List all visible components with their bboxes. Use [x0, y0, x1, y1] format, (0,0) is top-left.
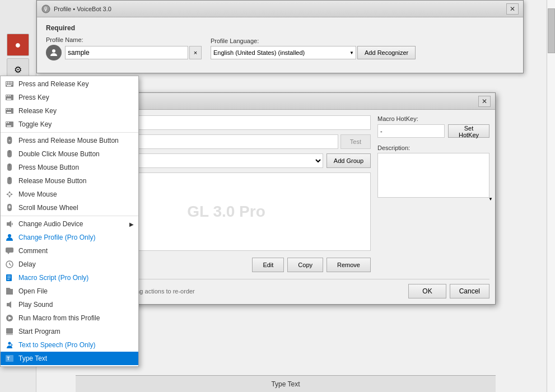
watermark: GL 3.0 Pro: [187, 203, 265, 221]
menu-item-type-text[interactable]: T Type Text: [1, 352, 138, 365]
profile-close-button[interactable]: ✕: [506, 3, 519, 15]
scrollbar-thumb[interactable]: [548, 8, 555, 53]
profile-titlebar: 🎙 Profile • VoiceBot 3.0 ✕: [37, 1, 523, 17]
svg-rect-25: [8, 122, 9, 123]
language-dropdown-wrapper: English (United States) (installed) ▼: [211, 46, 356, 59]
menu-item-label: Press and Release Mouse Button: [18, 137, 119, 144]
program-icon: [5, 327, 14, 336]
menu-item-start-program[interactable]: Start Program: [1, 325, 138, 338]
menu-item-label: Open File: [18, 287, 48, 295]
svg-rect-15: [8, 95, 9, 96]
remove-button[interactable]: Remove: [327, 258, 371, 272]
menu-item-move-mouse[interactable]: Move Mouse: [1, 188, 138, 201]
menu-item-label: Macro Script (Pro Only): [18, 274, 88, 282]
svg-rect-40: [6, 248, 13, 253]
edit-button[interactable]: Edit: [252, 258, 284, 272]
hotkey-row: Set HotKey: [377, 124, 489, 138]
svg-rect-20: [8, 109, 9, 110]
profile-title-icon: 🎙: [41, 4, 50, 13]
file-icon: [5, 287, 14, 296]
menu-item-macro-script[interactable]: Macro Script (Pro Only): [1, 271, 138, 284]
svg-line-43: [10, 264, 11, 265]
sidebar-icon-1[interactable]: ●: [7, 34, 29, 56]
mouse-icon-4: [5, 176, 14, 185]
menu-item-label: Scroll Mouse Wheel: [18, 204, 78, 212]
svg-rect-6: [10, 82, 11, 83]
menu-item-label: Delay: [18, 260, 36, 268]
menu-item-release-key[interactable]: Release Key: [1, 104, 138, 118]
svg-rect-21: [10, 109, 11, 110]
svg-rect-8: [6, 83, 7, 85]
set-hotkey-button[interactable]: Set HotKey: [448, 124, 489, 138]
menu-item-run-macro[interactable]: Run Macro from this Profile: [1, 311, 138, 325]
menu-item-press-release-key[interactable]: Press and Release Key: [1, 77, 138, 91]
profile-language-field-row: English (United States) (installed) ▼ Ad…: [211, 46, 416, 59]
menu-item-scroll-mouse[interactable]: Scroll Mouse Wheel: [1, 201, 138, 214]
svg-rect-7: [11, 82, 12, 83]
add-recognizer-button[interactable]: Add Recognizer: [357, 46, 416, 59]
type-text-bottom-bar: Type Text: [76, 375, 496, 392]
menu-item-double-click[interactable]: Double Click Mouse Button: [1, 147, 138, 161]
voicebot-right-panel: Macro HotKey: Set HotKey Description:: [377, 115, 489, 272]
menu-item-press-mouse[interactable]: Press Mouse Button: [1, 161, 138, 174]
ok-button[interactable]: OK: [408, 284, 446, 298]
svg-rect-10: [10, 83, 11, 85]
svg-point-53: [8, 342, 11, 345]
profile-name-group: Profile Name: ×: [46, 36, 202, 60]
svg-rect-52: [6, 334, 13, 335]
svg-rect-16: [10, 95, 11, 96]
menu-item-text-to-speech[interactable]: Text to Speech (Pro Only): [1, 338, 138, 352]
hotkey-input[interactable]: [377, 124, 445, 138]
menu-item-toggle-key[interactable]: Toggle Key: [1, 118, 138, 131]
profile-name-field-row: ×: [46, 45, 202, 60]
cancel-button[interactable]: Cancel: [450, 284, 489, 298]
menu-item-delay[interactable]: Delay: [1, 258, 138, 271]
menu-item-press-release-mouse[interactable]: Press and Release Mouse Button: [1, 134, 138, 147]
comment-icon: [5, 246, 14, 255]
copy-button[interactable]: Copy: [287, 258, 323, 272]
menu-item-comment[interactable]: Comment: [1, 244, 138, 258]
menu-item-label: Press Key: [18, 94, 49, 101]
audio-icon: [5, 220, 14, 228]
run-macro-icon: [5, 314, 14, 323]
profile-name-input[interactable]: [65, 46, 188, 59]
menu-item-label: Change Profile (Pro Only): [18, 234, 95, 241]
profile-name-clear-button[interactable]: ×: [189, 46, 202, 59]
voicebot-footer: ℹ Help ▼ Drag actions to re-order OK Can…: [82, 279, 489, 298]
description-textarea[interactable]: [377, 153, 489, 198]
description-section: Description:: [377, 144, 489, 198]
hotkey-label: Macro HotKey:: [377, 115, 489, 122]
scroll-mouse-icon: [5, 203, 14, 212]
menu-item-release-mouse[interactable]: Release Mouse Button: [1, 174, 138, 188]
add-group-button[interactable]: Add Group: [327, 153, 371, 168]
profile-icon: [5, 233, 14, 242]
svg-point-39: [8, 234, 11, 237]
svg-rect-17: [7, 99, 11, 100]
test-button[interactable]: Test: [341, 134, 371, 149]
menu-item-change-audio[interactable]: Change Audio Device ▶: [1, 217, 138, 231]
menu-item-play-sound[interactable]: Play Sound: [1, 298, 138, 311]
language-dropdown[interactable]: English (United States) (installed): [211, 46, 356, 59]
profile-name-label: Profile Name:: [46, 36, 202, 43]
menu-item-label: Type Text: [18, 354, 47, 362]
voicebot-titlebar: VoiceBot 3.0 ✕: [76, 93, 495, 110]
menu-separator-1: [1, 132, 138, 133]
script-icon: [5, 273, 14, 282]
menu-item-press-key[interactable]: Press Key: [1, 91, 138, 104]
menu-item-change-profile[interactable]: Change Profile (Pro Only): [1, 231, 138, 244]
svg-rect-51: [6, 328, 13, 334]
menu-item-open-file[interactable]: Open File: [1, 284, 138, 298]
svg-rect-24: [6, 122, 7, 123]
profile-dialog: 🎙 Profile • VoiceBot 3.0 ✕ Required Prof…: [36, 0, 524, 73]
right-scrollbar[interactable]: [547, 0, 555, 392]
svg-text:🎙: 🎙: [43, 6, 49, 12]
svg-rect-11: [11, 83, 12, 85]
svg-rect-14: [6, 95, 7, 96]
menu-item-label: Change Audio Device: [18, 220, 83, 228]
keyboard-icon-4: [5, 120, 14, 129]
voicebot-close-button[interactable]: ✕: [478, 96, 491, 107]
menu-item-label: Release Mouse Button: [18, 177, 86, 185]
svg-rect-4: [6, 82, 7, 83]
move-mouse-icon: [5, 190, 14, 199]
required-section-label: Required: [46, 24, 514, 32]
